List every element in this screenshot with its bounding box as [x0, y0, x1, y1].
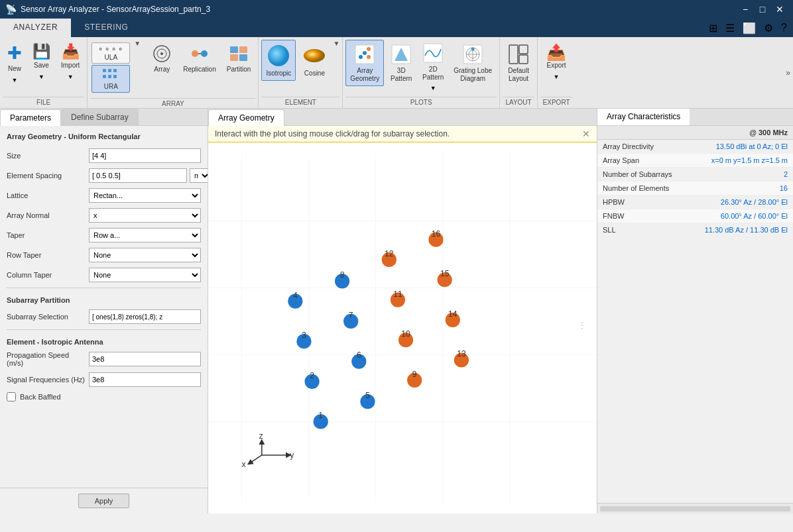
default-layout-button[interactable]: Default Layout [503, 40, 534, 86]
app-title: 📡 Sensor Array Analyzer - SensorArraySes… [5, 4, 210, 15]
element-spacing-input[interactable] [89, 168, 187, 183]
taper-row: Taper Row a... None Taylor [7, 228, 201, 242]
ribbon-expand[interactable]: » [786, 37, 793, 108]
subarray-selection-input[interactable] [89, 309, 201, 324]
toolbar-settings-icon[interactable]: ⚙ [761, 20, 776, 36]
2d-pattern-split: 2D Pattern ▼ [418, 40, 448, 93]
minimize-button[interactable]: − [737, 3, 753, 16]
svg-text:x: x [242, 460, 246, 469]
array-group-label: ARRAY [90, 98, 255, 109]
column-taper-select[interactable]: None Chebyshev Taylor [89, 268, 201, 282]
svg-text:5: 5 [365, 391, 370, 400]
svg-rect-30 [509, 45, 518, 64]
taper-label: Taper [7, 231, 86, 239]
svg-text:11: 11 [393, 290, 402, 299]
size-input[interactable] [89, 148, 201, 163]
apply-button[interactable]: Apply [78, 494, 130, 508]
ura-button[interactable]: URA [91, 65, 130, 93]
tab-array-characteristics[interactable]: Array Characteristics [597, 109, 690, 125]
row-taper-select[interactable]: None Chebyshev Taylor [89, 248, 201, 262]
tab-analyzer[interactable]: ANALYZER [0, 19, 71, 37]
export-button[interactable]: 📤 Export [540, 40, 572, 72]
import-button-main[interactable]: 📥 Import [56, 40, 84, 72]
new-button-main[interactable]: ✚ New [3, 40, 27, 76]
svg-rect-12 [239, 46, 247, 53]
array-geometry-button[interactable]: Array Geometry [345, 40, 384, 86]
svg-text:3: 3 [302, 331, 306, 340]
char-val-3: 16 [780, 184, 788, 192]
ribbon-group-plots: Array Geometry 3D Pattern [343, 37, 500, 108]
isotropic-button[interactable]: Isotropic [261, 40, 296, 81]
2d-pattern-button[interactable]: 2D Pattern [418, 40, 448, 83]
element-expand-arrow[interactable]: ▼ [333, 40, 339, 47]
svg-text:10: 10 [401, 329, 410, 339]
signal-frequencies-input[interactable] [89, 372, 201, 387]
default-layout-icon [507, 43, 530, 66]
toolbar-help-icon[interactable]: ? [778, 20, 790, 36]
tab-parameters[interactable]: Parameters [0, 109, 61, 126]
notification-close-button[interactable]: ✕ [582, 129, 590, 138]
signal-frequencies-row: Signal Frequencies (Hz) [7, 372, 201, 387]
plot-area[interactable]: 1 2 3 4 5 6 7 8 9 [208, 142, 597, 513]
toolbar-grid-icon[interactable]: ⊞ [705, 20, 721, 36]
window-controls: − □ ✕ [737, 3, 788, 16]
array-button[interactable]: Array [147, 40, 177, 77]
svg-text:8: 8 [340, 270, 345, 280]
subarray-partition-title: Subarray Partition [7, 296, 201, 304]
char-key-4: HPBW [603, 198, 721, 206]
propagation-speed-input[interactable] [89, 352, 201, 366]
export-dropdown-arrow[interactable]: ▼ [540, 72, 572, 81]
char-key-1: Array Span [603, 156, 711, 164]
svg-text:15: 15 [440, 269, 450, 278]
propagation-speed-row: Propagation Speed (m/s) [7, 351, 201, 367]
char-val-6: 11.30 dB Az / 11.30 dB El [705, 226, 788, 234]
new-icon: ✚ [7, 43, 22, 64]
main-area: Parameters Define Subarray Array Geometr… [0, 109, 793, 513]
svg-rect-0 [103, 69, 106, 72]
maximize-button[interactable]: □ [755, 3, 770, 16]
close-button[interactable]: ✕ [772, 3, 788, 16]
back-baffled-row: Back Baffled [7, 392, 201, 401]
2d-pattern-dropdown-arrow[interactable]: ▼ [418, 83, 448, 93]
save-button-main[interactable]: 💾 Save [28, 40, 55, 72]
subarray-selection-label: Subarray Selection [7, 313, 86, 321]
svg-point-18 [359, 55, 363, 59]
center-area: Array Geometry Interact with the plot us… [208, 109, 597, 513]
svg-text:12: 12 [385, 249, 394, 258]
char-row-4: HPBW 26.30° Az / 28.00° El [597, 195, 793, 209]
import-dropdown-arrow[interactable]: ▼ [56, 72, 84, 81]
tab-array-geometry[interactable]: Array Geometry [208, 109, 284, 126]
cosine-button[interactable]: Cosine [297, 40, 332, 81]
array-type-expand-arrow[interactable]: ▼ [134, 40, 141, 47]
ula-button[interactable]: ⚬⚬⚬⚬ ULA [91, 42, 130, 64]
lattice-select[interactable]: Rectan... Triangular [89, 188, 201, 203]
svg-text:⋮: ⋮ [578, 321, 586, 330]
char-key-0: Array Directivity [603, 142, 716, 150]
svg-rect-3 [103, 75, 106, 78]
replication-button[interactable]: Replication [178, 40, 220, 77]
scrollbar-thumb[interactable] [600, 506, 790, 511]
tab-steering[interactable]: STEERING [71, 19, 141, 37]
right-panel-scrollbar[interactable] [597, 503, 793, 513]
array-type-selector: ⚬⚬⚬⚬ ULA URA [90, 40, 131, 95]
char-row-6: SLL 11.30 dB Az / 11.30 dB El [597, 223, 793, 237]
array-normal-row: Array Normal x y z [7, 208, 201, 223]
save-dropdown-arrow[interactable]: ▼ [28, 72, 55, 81]
panel-tabs: Parameters Define Subarray [0, 109, 208, 126]
back-baffled-checkbox[interactable] [7, 392, 16, 401]
column-taper-row: Column Taper None Chebyshev Taylor [7, 268, 201, 282]
tab-define-subarray[interactable]: Define Subarray [61, 109, 139, 125]
new-dropdown-arrow[interactable]: ▼ [3, 76, 27, 85]
partition-button[interactable]: Partition [222, 40, 256, 77]
toolbar-pane-icon[interactable]: ⬜ [739, 20, 759, 36]
3d-pattern-button[interactable]: 3D Pattern [385, 40, 417, 86]
grating-lobe-button[interactable]: Grating Lobe Diagram [449, 40, 497, 86]
array-normal-select[interactable]: x y z [89, 208, 201, 223]
svg-point-16 [304, 49, 325, 62]
toolbar-list-icon[interactable]: ☰ [722, 20, 738, 36]
right-panel-tab-bar: Array Characteristics [597, 109, 793, 126]
taper-select[interactable]: Row a... None Taylor [89, 228, 201, 242]
svg-point-15 [268, 45, 289, 66]
element-spacing-unit[interactable]: m λ [190, 168, 208, 183]
char-row-5: FNBW 60.00° Az / 60.00° El [597, 209, 793, 223]
